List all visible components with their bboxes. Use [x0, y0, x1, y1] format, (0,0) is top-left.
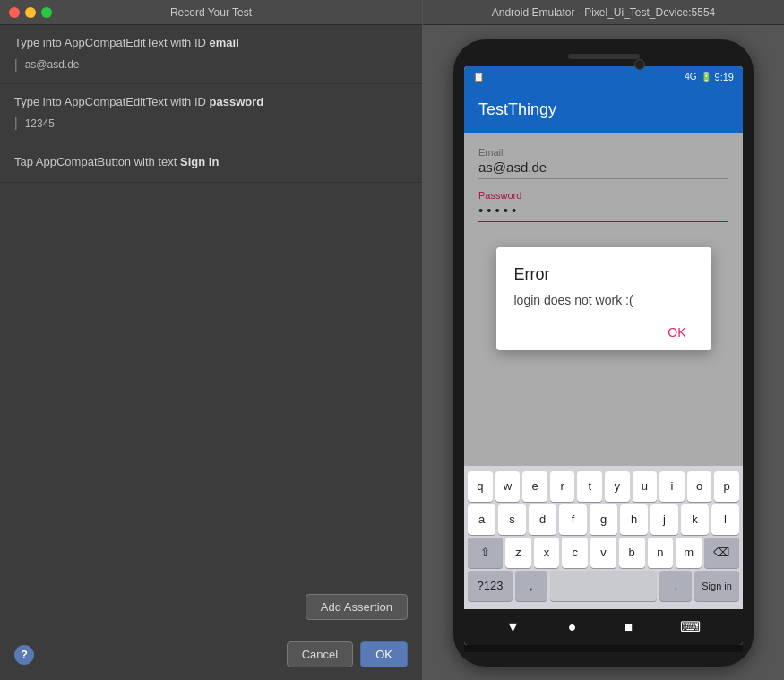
battery-icon: 🔋 [701, 72, 711, 82]
keyboard-row-3: ⇧ z x c v b n m ⌫ [468, 538, 739, 568]
keyboard-icon[interactable]: ⌨ [680, 618, 701, 635]
key-comma[interactable]: , [515, 571, 547, 601]
record-test-panel: Record Your Test Type into AppCompatEdit… [0, 0, 423, 680]
nav-bar: ▼ ● ■ ⌨ [464, 609, 743, 645]
close-button[interactable] [9, 7, 20, 18]
phone-home-indicator [464, 645, 743, 652]
key-123[interactable]: ?123 [468, 571, 513, 601]
key-u[interactable]: u [633, 471, 658, 502]
status-right: 4G 🔋 9:19 [685, 72, 734, 82]
key-shift[interactable]: ⇧ [468, 538, 503, 568]
minimize-button[interactable] [25, 7, 36, 18]
key-signin[interactable]: Sign in [694, 571, 739, 601]
back-icon[interactable]: ▼ [506, 619, 521, 635]
key-period[interactable]: . [659, 571, 692, 601]
key-v[interactable]: v [590, 538, 616, 568]
keyboard-row-1: q w e r t y u i o p [468, 471, 739, 502]
error-dialog: Error login does not work :( OK [496, 247, 711, 350]
help-button[interactable]: ? [14, 645, 34, 665]
keyboard-row-2: a s d f g h j k l [468, 504, 739, 535]
recent-icon[interactable]: ■ [625, 619, 633, 635]
phone-camera [634, 59, 645, 70]
emulator-title: Android Emulator - Pixel_Ui_Test_Device:… [492, 6, 715, 19]
error-dialog-overlay: Error login does not work :( OK [464, 133, 743, 466]
steps-area: Type into AppCompatEditText with ID emai… [0, 25, 422, 578]
key-h[interactable]: h [620, 504, 648, 535]
phone-speaker [568, 54, 640, 59]
key-i[interactable]: i [659, 471, 685, 502]
add-assertion-button[interactable]: Add Assertion [306, 594, 408, 620]
key-n[interactable]: n [648, 538, 674, 568]
traffic-lights [9, 7, 52, 18]
key-m[interactable]: m [676, 538, 702, 568]
status-bar: 📋 4G 🔋 9:19 [464, 66, 743, 88]
key-o[interactable]: o [687, 471, 712, 502]
step-1-description: Type into AppCompatEditText with ID emai… [14, 34, 408, 52]
error-dialog-actions: OK [514, 322, 694, 343]
keyboard-area: q w e r t y u i o p a s d [464, 466, 743, 609]
ok-button[interactable]: OK [360, 641, 408, 667]
key-t[interactable]: t [577, 471, 602, 502]
key-d[interactable]: d [529, 504, 556, 535]
key-backspace[interactable]: ⌫ [704, 538, 739, 568]
step-3-description: Tap AppCompatButton with text Sign in [14, 153, 408, 171]
emulator-titlebar: Android Emulator - Pixel_Ui_Test_Device:… [423, 0, 784, 25]
key-b[interactable]: b [619, 538, 645, 568]
key-w[interactable]: w [495, 471, 521, 502]
status-icon: 📋 [473, 72, 484, 82]
maximize-button[interactable] [41, 7, 52, 18]
add-assertion-row: Add Assertion [14, 587, 408, 627]
phone-device: 📋 4G 🔋 9:19 TestThingy Email a [453, 39, 754, 667]
cancel-button[interactable]: Cancel [287, 641, 353, 667]
app-content: Email as@asd.de Password ••••• Error log… [464, 133, 743, 466]
bottom-area: Add Assertion ? Cancel OK [0, 578, 422, 680]
key-y[interactable]: y [605, 471, 630, 502]
key-f[interactable]: f [559, 504, 587, 535]
window-titlebar: Record Your Test [0, 0, 422, 25]
key-l[interactable]: l [711, 504, 739, 535]
step-1-detail: | as@asd.de [14, 56, 408, 74]
key-q[interactable]: q [468, 471, 493, 502]
key-p[interactable]: p [714, 471, 739, 502]
status-left: 📋 [473, 72, 484, 82]
step-3: Tap AppCompatButton with text Sign in [0, 142, 422, 183]
footer-buttons: Cancel OK [287, 641, 408, 667]
key-r[interactable]: r [550, 471, 575, 502]
signal-strength: 4G [685, 72, 696, 82]
error-dialog-title: Error [514, 265, 694, 284]
key-s[interactable]: s [498, 504, 526, 535]
keyboard-row-4: ?123 , . Sign in [468, 571, 739, 601]
emulator-panel: Android Emulator - Pixel_Ui_Test_Device:… [423, 0, 784, 680]
key-space[interactable] [550, 571, 658, 601]
app-title: TestThingy [478, 100, 556, 119]
footer-row: ? Cancel OK [14, 634, 408, 671]
time-display: 9:19 [715, 72, 734, 82]
key-x[interactable]: x [534, 538, 560, 568]
key-k[interactable]: k [681, 504, 709, 535]
key-j[interactable]: j [650, 504, 678, 535]
step-2-description: Type into AppCompatEditText with ID pass… [14, 93, 408, 111]
dialog-ok-button[interactable]: OK [660, 322, 693, 343]
home-icon[interactable]: ● [568, 619, 577, 635]
key-z[interactable]: z [505, 538, 531, 568]
key-e[interactable]: e [522, 471, 547, 502]
step-2-detail: | 12345 [14, 114, 408, 133]
phone-screen: 📋 4G 🔋 9:19 TestThingy Email a [464, 66, 743, 645]
error-dialog-message: login does not work :( [514, 293, 694, 307]
step-2: Type into AppCompatEditText with ID pass… [0, 84, 422, 143]
key-a[interactable]: a [468, 504, 495, 535]
app-bar: TestThingy [464, 88, 743, 133]
step-1: Type into AppCompatEditText with ID emai… [0, 25, 422, 84]
emulator-body: 📋 4G 🔋 9:19 TestThingy Email a [423, 25, 784, 680]
window-title: Record Your Test [170, 6, 252, 19]
key-g[interactable]: g [590, 504, 617, 535]
key-c[interactable]: c [562, 538, 588, 568]
